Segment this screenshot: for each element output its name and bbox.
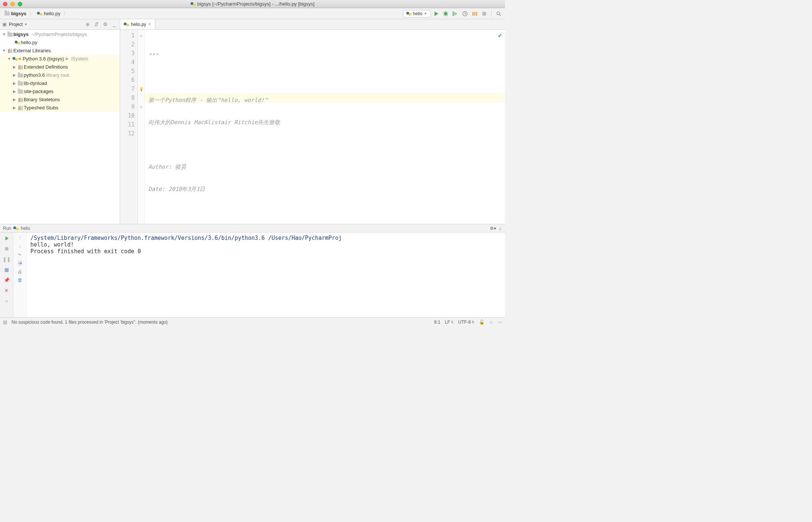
chevron-right-icon[interactable]: ▶ <box>12 71 17 79</box>
python-icon <box>191 1 196 7</box>
run-configuration-selector[interactable]: hello ▼ <box>403 10 430 17</box>
tree-typeshed-stubs[interactable]: ▶ Typeshed Stubs <box>0 104 120 112</box>
pin-button[interactable]: 📌 <box>3 276 10 284</box>
debug-button[interactable] <box>442 10 450 18</box>
close-button[interactable]: ✕ <box>3 287 10 294</box>
stop-button[interactable] <box>480 10 488 18</box>
search-button[interactable] <box>495 10 503 18</box>
line-separator[interactable]: LF⇅ <box>445 320 454 325</box>
tree-external-libraries[interactable]: ▼ External Libraries <box>0 47 120 55</box>
settings-icon[interactable]: ⚙ <box>102 22 109 27</box>
soft-wrap-button[interactable]: ⤷ <box>18 252 22 257</box>
sidebar-header: ▣ Project ▼ ⊕ ⇵ ⚙ ⎯ <box>0 19 120 30</box>
console-command: /System/Library/Frameworks/Python.framew… <box>30 235 501 241</box>
status-message: No suspicious code found. 1 files proces… <box>11 320 168 325</box>
tree-label: bigsys ~/PycharmProjects/bigsys <box>13 30 87 39</box>
hide-icon[interactable]: ⎯ <box>111 22 118 27</box>
inspection-icon[interactable]: ☺ <box>489 320 494 325</box>
chevron-right-icon[interactable]: ▶ <box>12 79 17 87</box>
chevron-down-icon: ▼ <box>24 23 27 26</box>
run-tool-window: Run hello ⚙▾ ⤓ ❚❚ ▦ 📌 ✕ » ↑ ↓ ⤷ ⇥ 🖨 🗑 /S… <box>0 224 505 317</box>
svg-rect-1 <box>453 11 453 16</box>
project-tree[interactable]: ▼ bigsys ~/PycharmProjects/bigsys hello.… <box>0 30 120 224</box>
pause-button[interactable]: ❚❚ <box>3 255 10 263</box>
chevron-right-icon[interactable]: ▶ <box>12 96 17 104</box>
window-title-text: bigsys [~/PycharmProjects/bigsys] - .../… <box>197 1 314 7</box>
main-area: ▣ Project ▼ ⊕ ⇵ ⚙ ⎯ ▼ bigsys ~/PycharmPr… <box>0 19 505 224</box>
close-window-button[interactable] <box>3 2 7 6</box>
layout-button[interactable]: ▦ <box>3 266 10 273</box>
print-button[interactable]: 🖨 <box>17 269 22 274</box>
minimize-window-button[interactable] <box>10 2 15 6</box>
line-number: 9 <box>120 102 135 111</box>
tree-site-packages[interactable]: ▶ site-packages <box>0 87 120 96</box>
autoscroll-icon[interactable]: ⊕ <box>84 22 91 27</box>
line-number: 12 <box>120 129 135 138</box>
line-number: 5 <box>120 67 135 76</box>
breadcrumb: bigsys 〉 hello.py 〉 <box>2 10 403 17</box>
scroll-end-button[interactable]: ⇥ <box>18 260 22 266</box>
close-icon[interactable]: ✕ <box>148 22 151 27</box>
tree-lib-dynload[interactable]: ▶ lib-dynload <box>0 79 120 87</box>
gear-icon[interactable]: ⚙▾ <box>490 226 496 231</box>
tree-label: Extended Definitions <box>24 63 68 71</box>
status-bar: ▤ No suspicious code found. 1 files proc… <box>0 317 505 326</box>
help-button: » <box>3 297 10 304</box>
coverage-button[interactable] <box>451 10 459 18</box>
memory-indicator[interactable]: ▭ <box>498 320 502 325</box>
tree-file-hello[interactable]: hello.py <box>0 39 120 47</box>
profile-button[interactable] <box>461 10 469 18</box>
line-number: 6 <box>120 76 135 85</box>
chevron-down-icon[interactable]: ▼ <box>1 30 7 39</box>
folder-icon <box>7 33 13 37</box>
run-body: ❚❚ ▦ 📌 ✕ » ↑ ↓ ⤷ ⇥ 🖨 🗑 /System/Library/F… <box>0 232 505 317</box>
line-number: 2 <box>120 40 135 49</box>
sidebar-title[interactable]: Project ▼ <box>9 22 82 27</box>
gutter: 1 2 3 4 5 6 7 8 9 10 11 12 <box>120 30 138 224</box>
chevron-down-icon[interactable]: ▼ <box>1 47 7 55</box>
breadcrumb-item-file[interactable]: hello.py <box>35 10 63 17</box>
console-output[interactable]: /System/Library/Frameworks/Python.framew… <box>27 232 505 317</box>
tree-label: Binary Skeletons <box>24 96 60 104</box>
file-encoding[interactable]: UTF-8⇅ <box>458 320 475 325</box>
editor-tab-hello[interactable]: hello.py ✕ <box>120 19 155 29</box>
collapse-icon[interactable]: ⇵ <box>93 22 100 27</box>
window-title: bigsys [~/PycharmProjects/bigsys] - .../… <box>0 1 505 7</box>
tree-python-env[interactable]: ▼ < Python 3.6 (bigsys) > /System <box>0 55 120 63</box>
chevron-right-icon[interactable]: ▶ <box>12 87 17 96</box>
chevron-right-icon[interactable]: ▶ <box>12 104 17 112</box>
tab-label: hello.py <box>131 22 146 27</box>
fold-marker[interactable]: ⊟ <box>138 102 144 111</box>
code-content[interactable]: """ 第一个Python程序 - 输出"hello, world!" 向伟大的… <box>145 30 505 224</box>
event-log-icon[interactable]: ▤ <box>3 320 7 325</box>
svg-rect-6 <box>482 12 486 16</box>
rerun-button[interactable] <box>3 235 10 242</box>
download-icon[interactable]: ⤓ <box>498 226 502 231</box>
svg-rect-3 <box>472 12 473 16</box>
svg-rect-4 <box>474 12 475 16</box>
line-number: 7 <box>120 85 135 93</box>
clear-button[interactable]: 🗑 <box>17 277 22 283</box>
down-button[interactable]: ↓ <box>19 243 21 249</box>
tree-binary-skeletons[interactable]: ▶ Binary Skeletons <box>0 96 120 104</box>
tree-python36[interactable]: ▶ python3.6 library root <box>0 71 120 79</box>
separator <box>491 10 492 17</box>
bulb-icon[interactable]: 💡 <box>138 85 144 93</box>
readonly-toggle[interactable]: 🔓 <box>479 320 485 325</box>
tree-root[interactable]: ▼ bigsys ~/PycharmProjects/bigsys <box>0 30 120 39</box>
chevron-down-icon[interactable]: ▼ <box>7 55 12 63</box>
zoom-window-button[interactable] <box>18 2 22 6</box>
run-toolbar-secondary: ↑ ↓ ⤷ ⇥ 🖨 🗑 <box>13 232 27 317</box>
line-number: 10 <box>120 111 135 120</box>
run-button[interactable] <box>432 10 440 18</box>
code-editor[interactable]: 1 2 3 4 5 6 7 8 9 10 11 12 ⊟ 💡 ⊟ <box>120 30 505 224</box>
chevron-right-icon[interactable]: ▶ <box>12 63 17 71</box>
fold-marker[interactable]: ⊟ <box>138 31 144 40</box>
caret-position[interactable]: 8:1 <box>434 320 440 325</box>
folder-icon <box>18 73 23 77</box>
up-button[interactable]: ↑ <box>19 235 21 240</box>
concurrency-button[interactable] <box>471 10 479 18</box>
breadcrumb-item-project[interactable]: bigsys <box>2 10 29 17</box>
stop-button[interactable] <box>3 245 10 252</box>
tree-extended-definitions[interactable]: ▶ Extended Definitions <box>0 63 120 71</box>
